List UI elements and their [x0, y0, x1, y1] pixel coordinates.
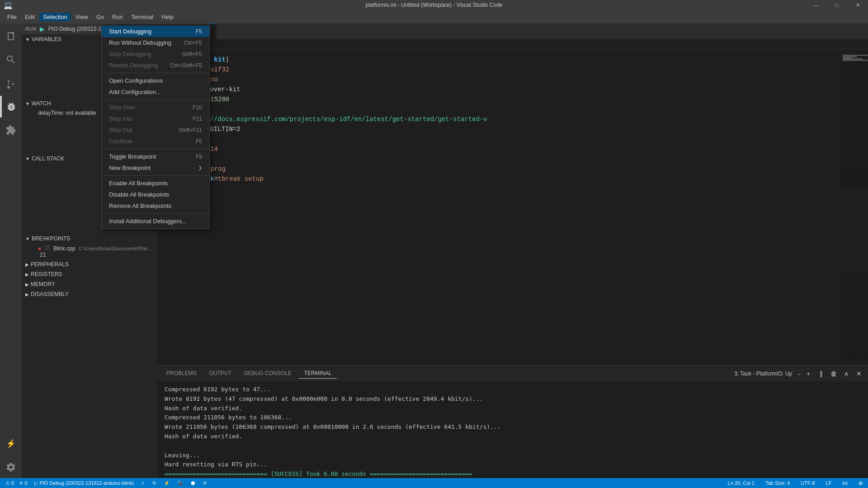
- menu-terminal[interactable]: Terminal: [127, 13, 157, 21]
- enable-breakpoints-label: Enable All Breakpoints: [109, 180, 168, 187]
- code-line-5: _speed = 115200: [157, 94, 868, 104]
- status-layout-icon[interactable]: ⊞: [857, 480, 864, 486]
- peripherals-label: PERIPHERALS: [31, 261, 69, 267]
- menu-item-continue[interactable]: Continue F5: [102, 136, 209, 147]
- menu-run[interactable]: Run: [108, 13, 127, 21]
- status-hex[interactable]: ⬢: [189, 480, 197, 486]
- menu-item-step-into[interactable]: Step Into F11: [102, 113, 209, 124]
- terminal-content[interactable]: Compressed 8192 bytes to 47... Wrote 819…: [157, 381, 868, 478]
- code-line-2: n = espressif32: [157, 65, 868, 75]
- tab-output[interactable]: OUTPUT: [204, 368, 237, 379]
- memory-section[interactable]: ▶ MEMORY: [22, 279, 157, 289]
- close-button[interactable]: ✕: [847, 0, 868, 10]
- menu-item-new-breakpoint[interactable]: New Breakpoint ❯: [102, 162, 209, 174]
- code-editor[interactable]: > wrover kit| n = espressif32 rk = ardui…: [157, 49, 868, 365]
- menu-item-open-configurations[interactable]: Open Configurations: [102, 75, 209, 86]
- tab-problems[interactable]: PROBLEMS: [161, 368, 202, 379]
- status-encoding[interactable]: UTF-8: [799, 480, 816, 486]
- menu-item-stop-debugging[interactable]: Stop Debugging Shift+F5: [102, 48, 209, 60]
- restart-debugging-label: Restart Debugging: [109, 62, 158, 69]
- code-line-7: https://docs.espressif.com/projects/esp-…: [157, 114, 868, 124]
- toggle-breakpoint-label: Toggle Breakpoint: [109, 153, 156, 160]
- status-plugin[interactable]: 🔌: [175, 480, 185, 486]
- breakpoints-chevron: ▼: [25, 236, 30, 241]
- activity-files-icon[interactable]: [0, 25, 22, 47]
- status-language[interactable]: Ini: [840, 480, 849, 486]
- breakpoint-path: C:\Users\Brian\Documents\Plat...: [79, 246, 151, 251]
- remove-breakpoints-label: Remove All Breakpoints: [109, 202, 171, 209]
- status-check[interactable]: ✓: [139, 480, 147, 486]
- terminal-line-1: Compressed 8192 bytes to 47...: [165, 385, 861, 394]
- menu-item-disable-breakpoints[interactable]: Disable All Breakpoints: [102, 189, 209, 200]
- menu-item-remove-breakpoints[interactable]: Remove All Breakpoints: [102, 200, 209, 211]
- trash-terminal-button[interactable]: 🗑: [828, 368, 839, 379]
- maximize-panel-button[interactable]: ∧: [841, 368, 852, 379]
- menu-item-step-over[interactable]: Step Over F10: [102, 102, 209, 113]
- menu-help[interactable]: Help: [158, 13, 177, 21]
- menu-go[interactable]: Go: [93, 13, 108, 21]
- peripherals-section[interactable]: ▶ PERIPHERALS: [22, 259, 157, 269]
- disable-breakpoints-label: Disable All Breakpoints: [109, 191, 169, 198]
- title-bar-left: 💻: [4, 1, 13, 9]
- terminal-line-4: Compressed 211056 bytes to 106368...: [165, 413, 861, 422]
- new-terminal-button[interactable]: +: [803, 368, 814, 379]
- stop-debugging-shortcut: Shift+F5: [182, 51, 202, 57]
- menu-file[interactable]: File: [4, 13, 20, 21]
- split-terminal-button[interactable]: ‖: [816, 368, 826, 379]
- activity-source-control-icon[interactable]: [0, 72, 22, 94]
- activity-settings-icon[interactable]: [0, 456, 22, 478]
- maximize-button[interactable]: □: [826, 0, 847, 10]
- menu-selection[interactable]: Selection: [39, 13, 71, 21]
- menu-item-enable-breakpoints[interactable]: Enable All Breakpoints: [102, 178, 209, 189]
- debug-config-label[interactable]: PIO Debug (200322-13...: [48, 26, 109, 32]
- status-line-col[interactable]: Ln 20, Col 1: [726, 480, 756, 486]
- activity-platformio-icon[interactable]: ⚡: [0, 433, 22, 455]
- error-icon: ⚠: [5, 480, 10, 486]
- registers-section[interactable]: ▶ REGISTERS: [22, 269, 157, 279]
- play-icon[interactable]: ▶: [40, 25, 45, 33]
- terminal-line-3: Hash of data verified.: [165, 404, 861, 413]
- breakpoints-section[interactable]: ▼ BREAKPOINTS: [22, 234, 157, 244]
- breakpoint-item[interactable]: ● Blink.cpp C:\Users\Brian\Documents\Pla…: [22, 244, 157, 259]
- code-line-blank2: [157, 154, 868, 164]
- menu-item-toggle-breakpoint[interactable]: Toggle Breakpoint F9: [102, 151, 209, 162]
- menu-view[interactable]: View: [72, 13, 92, 21]
- menu-item-add-configuration[interactable]: Add Configuration...: [102, 86, 209, 98]
- terminal-dropdown-icon[interactable]: ⌄: [797, 371, 801, 376]
- code-line-10: ool = esp-prog: [157, 164, 868, 174]
- status-line-endings[interactable]: LF: [824, 480, 834, 486]
- status-debug-session[interactable]: ▷ PIO Debug (200322-131912-arduino-blink…: [33, 480, 136, 486]
- breakpoint-square-icon: [45, 245, 50, 250]
- tab-terminal[interactable]: TERMINAL: [299, 368, 337, 379]
- activity-extensions-icon[interactable]: [0, 119, 22, 141]
- continue-shortcut: F5: [196, 138, 202, 145]
- minimize-button[interactable]: —: [806, 0, 826, 10]
- separator-5: [102, 213, 209, 214]
- menu-item-install-debuggers[interactable]: Install Additional Debuggers...: [102, 216, 209, 227]
- menu-item-step-out[interactable]: Step Out Shift+F11: [102, 124, 209, 136]
- step-out-shortcut: Shift+F11: [179, 127, 202, 133]
- menu-item-start-debugging[interactable]: Start Debugging F5: [102, 26, 209, 37]
- status-undo[interactable]: ↺: [201, 480, 208, 486]
- menu-item-run-without-debug[interactable]: Run Without Debugging Ctrl+F5: [102, 37, 209, 48]
- tab-debug-console[interactable]: DEBUG CONSOLE: [239, 368, 297, 379]
- status-sync[interactable]: ↻: [151, 480, 158, 486]
- code-line-1: > wrover kit|: [157, 55, 868, 65]
- run-label: RUN: [25, 26, 36, 32]
- status-errors[interactable]: ⚠ 0 ✕ 0: [4, 480, 29, 486]
- app-icon: 💻: [4, 1, 13, 9]
- disassembly-section[interactable]: ▶ DISASSEMBLY: [22, 289, 157, 299]
- close-panel-button[interactable]: ✕: [854, 368, 864, 379]
- activity-search-icon[interactable]: [0, 49, 22, 70]
- title-bar-controls: — □ ✕: [806, 0, 868, 10]
- variables-chevron: ▼: [25, 37, 30, 42]
- disassembly-chevron: ▶: [25, 292, 29, 297]
- peripherals-chevron: ▶: [25, 262, 29, 267]
- terminal-line-5: Wrote 211056 bytes (106368 compressed) a…: [165, 422, 861, 432]
- menu-edit[interactable]: Edit: [21, 13, 38, 21]
- status-tab-size[interactable]: Tab Size: 4: [764, 480, 792, 486]
- menu-item-restart-debugging[interactable]: Restart Debugging Ctrl+Shift+F5: [102, 60, 209, 71]
- warning-icon: ✕: [19, 480, 23, 486]
- activity-debug-icon[interactable]: [0, 96, 22, 117]
- status-lightning[interactable]: ⚡: [162, 480, 172, 486]
